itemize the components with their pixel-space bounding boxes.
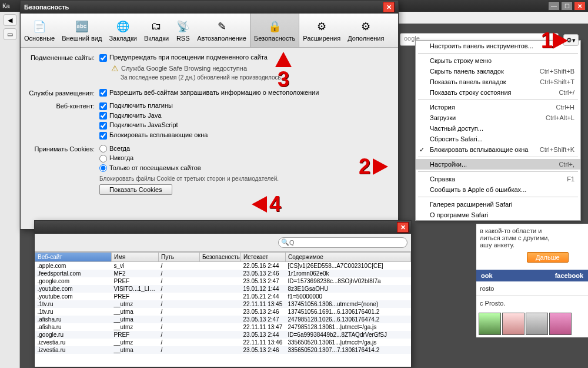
column-header[interactable]: Имя [112,253,159,262]
close-icon[interactable]: ✕ [383,2,395,12]
prefs-tab-вкладки[interactable]: 🗂Вкладки [141,14,172,47]
tab-icon: 📄 [32,19,46,34]
prefs-tab-rss[interactable]: 📡RSS [172,14,193,47]
minimize-button[interactable]: — [548,1,560,11]
java-checkbox[interactable]: Подключить Java [99,112,390,120]
tab-icon: ✎ [215,19,229,34]
table-row[interactable]: .youtube.comVISITO...1_LIVE/19.01.12 1:4… [35,285,411,293]
tab-icon: 🗂 [149,19,163,34]
search-icon: 🔍 [281,238,289,246]
avatar[interactable] [549,313,572,335]
cookies-table: Веб-сайтИмяПутьБезопасностьИстекаетСодер… [35,252,411,354]
cookies-always-radio[interactable]: Всегда [99,145,390,153]
column-header[interactable]: Путь [159,253,200,262]
page-icon[interactable]: ▭ [4,28,16,40]
menu-item[interactable]: ЗагрузкиCtrl+Alt+L [416,112,580,123]
tab-icon: 🔒 [268,19,282,34]
fraud-label: Подмененные сайты: [29,54,99,85]
menu-item[interactable]: Настроить панель инструментов... [416,41,580,51]
table-row[interactable]: .izvestia.ru__utmz/22.11.11 13:463356505… [35,339,411,346]
webcontent-label: Веб-контент: [29,102,99,141]
preferences-body: Подмененные сайты: Предупреждать при пос… [21,48,398,204]
facebook-bar: ook facebook [476,270,588,281]
close-icon[interactable]: ✕ [397,222,409,233]
javascript-checkbox[interactable]: Подключить JavaScript [99,121,390,130]
column-header[interactable]: Истекает [241,253,286,262]
prefs-tab-автозаполнение[interactable]: ✎Автозаполнение [193,14,250,47]
table-row[interactable]: .apple.coms_vi/22.05.16 2:44[CS]v1|26ED5… [35,262,411,270]
close-button[interactable]: ✕ [574,1,586,11]
preferences-titlebar: Безопасность ✕ [21,1,398,14]
column-header[interactable]: Веб-сайт [35,253,112,262]
table-row[interactable]: .1tv.ru__utmz/22.11.11 13:45137451056.13… [35,300,411,308]
tab-icon: 🌐 [116,19,130,34]
cookies-label: Принимать Cookies: [29,145,99,195]
prefs-tab-расширения[interactable]: ⚙Расширения [299,14,344,47]
avatar[interactable] [502,313,524,335]
tab-icon: ⚙ [315,19,329,34]
tab-icon: ⚙ [359,19,373,34]
tab-icon: 📡 [176,19,190,34]
gear-icon: ⚙▾ [566,37,576,44]
cookies-never-radio[interactable]: Никогда [99,154,390,163]
menu-item[interactable]: О программе Safari [416,210,580,220]
settings-menu: Настроить панель инструментов...Скрыть с… [415,40,581,221]
table-row[interactable]: .1tv.ru__utma/23.05.13 2:46137451056.169… [35,308,411,316]
menu-item[interactable]: СправкаF1 [416,174,580,184]
table-row[interactable]: .izvestia.ru__utma/23.05.13 2:4633565052… [35,346,411,354]
menu-item[interactable]: Показать строку состоянияCtrl+/ [416,87,580,98]
menu-item[interactable]: Блокировать всплывающие окнаCtrl+Shift+K [416,144,580,155]
avatar[interactable] [526,313,548,335]
bg-text: в какой-то области и литься этим с други… [476,224,588,270]
background-panel: в какой-то области и литься этим с други… [476,224,588,337]
table-row[interactable]: .afisha.ru__utmz/22.11.11 13:47247985128… [35,323,411,331]
table-row[interactable]: .afisha.ru__utma/23.05.13 2:47247985128.… [35,316,411,323]
preferences-title: Безопасность [24,4,69,11]
menu-item[interactable]: Частный доступ... [416,123,580,134]
column-header[interactable]: Безопасность [200,253,241,262]
table-row[interactable]: .google.comPREF/23.05.13 2:47ID=15736982… [35,277,411,285]
prefs-tab-безопасность[interactable]: 🔒Безопасность [250,14,299,47]
prefs-tab-закладки[interactable]: 🌐Закладки [105,14,141,47]
column-header[interactable]: Содержимое [286,253,411,262]
back-button[interactable]: ◀ [4,14,16,26]
preferences-toolbar: 📄Основные🔤Внешний вид🌐Закладки🗂Вкладки📡R… [21,14,398,48]
warning-icon: ⚠ [111,64,119,73]
table-row[interactable]: .youtube.comPREF/21.05.21 2:44f1=5000000… [35,293,411,300]
avatar-strip [476,310,588,337]
menu-item[interactable]: Галерея расширений Safari [416,199,580,210]
cookies-dialog: ✕ 🔍 Веб-сайтИмяПутьБезопасностьИстекаетС… [34,220,412,367]
menu-item[interactable]: Скрыть строку меню [416,55,580,66]
menu-item[interactable]: Показать панель вкладокCtrl+Shift+T [416,77,580,87]
cookies-visited-radio[interactable]: Только от посещаемых сайтов [99,164,390,173]
cookies-search-input[interactable] [278,237,407,248]
menu-item[interactable]: ИсторияCtrl+H [416,102,580,112]
menu-item[interactable]: Настройки...Ctrl+, [416,159,580,170]
menu-item[interactable]: Сбросить Safari... [416,134,580,144]
table-row[interactable]: .feedsportal.comMF2/23.05.13 2:461r1romn… [35,270,411,277]
show-cookies-button[interactable]: Показать Cookies [99,184,172,195]
tab-icon: 🔤 [75,19,89,34]
prefs-tab-основные[interactable]: 📄Основные [21,14,58,47]
menu-item[interactable]: Сообщить в Apple об ошибках... [416,184,580,195]
fraud-checkbox[interactable]: Предупреждать при посещении подмененного… [99,54,390,62]
prefs-tab-внешний вид[interactable]: 🔤Внешний вид [58,14,105,47]
preferences-dialog: Безопасность ✕ 📄Основные🔤Внешний вид🌐Зак… [20,0,399,230]
maximize-button[interactable]: ☐ [561,1,573,11]
table-row[interactable]: .google.ruPREF/23.05.13 2:44ID=6a9993844… [35,331,411,339]
prefs-tab-дополнения[interactable]: ⚙Дополнения [344,14,387,47]
gear-button[interactable]: ⚙▾ [563,34,579,46]
side-toolbar: ◀ ▭ [0,12,20,368]
location-checkbox[interactable]: Разрешить веб-сайтам запрашивать информа… [99,89,390,97]
cookies-titlebar: ✕ [35,221,411,234]
next-button[interactable]: Дальше [527,252,569,263]
menu-item[interactable]: Скрыть панель закладокCtrl+Shift+B [416,66,580,77]
avatar[interactable] [479,313,501,335]
plugins-checkbox[interactable]: Подключить плагины [99,102,390,110]
popup-checkbox[interactable]: Блокировать всплывающие окна [99,131,390,140]
location-label: Службы размещения: [29,89,99,99]
